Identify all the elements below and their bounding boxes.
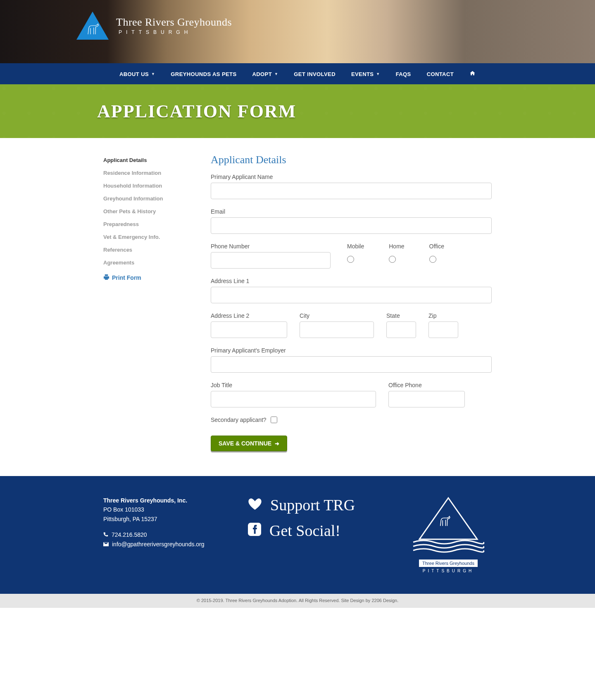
- label-phone-office: Office: [429, 243, 444, 250]
- site-logo[interactable]: Three Rivers Greyhounds PITTSBURGH: [76, 12, 232, 40]
- phone-icon: [103, 530, 108, 539]
- label-city: City: [300, 312, 374, 319]
- label-secondary-applicant: Secondary applicant?: [211, 417, 267, 423]
- get-social-link[interactable]: Get Social!: [248, 521, 384, 540]
- nav-events-label: EVENTS: [351, 71, 374, 77]
- step-references[interactable]: References: [103, 243, 198, 256]
- facebook-icon: [248, 521, 261, 540]
- addr2-input[interactable]: [211, 321, 287, 338]
- label-job-title: Job Title: [211, 382, 376, 388]
- label-addr1: Address Line 1: [211, 278, 492, 284]
- secondary-applicant-checkbox[interactable]: [271, 417, 277, 423]
- step-vet-emergency[interactable]: Vet & Emergency Info.: [103, 231, 198, 243]
- site-footer: Three Rivers Greyhounds, Inc. PO Box 101…: [0, 476, 595, 594]
- logo-text: Three Rivers Greyhounds PITTSBURGH: [116, 16, 232, 35]
- footer-phone: 724.216.5820: [112, 530, 147, 539]
- main-nav: ABOUT US▼ GREYHOUNDS AS PETS ADOPT▼ GET …: [0, 63, 595, 84]
- state-input[interactable]: [386, 321, 416, 338]
- support-trg-label: Support TRG: [270, 496, 355, 514]
- page-banner: APPLICATION FORM: [0, 84, 595, 138]
- home-icon: [469, 70, 476, 77]
- addr1-input[interactable]: [211, 287, 492, 303]
- org-name: Three Rivers Greyhounds: [116, 16, 232, 29]
- arrow-right-icon: ➜: [275, 440, 279, 447]
- support-trg-link[interactable]: Support TRG: [248, 496, 384, 514]
- form-main: Applicant Details Primary Applicant Name…: [211, 154, 492, 451]
- chevron-down-icon: ▼: [376, 72, 380, 76]
- footer-email-link[interactable]: info@gpathreeriversgreyhounds.org: [112, 540, 205, 549]
- nav-home[interactable]: [469, 70, 476, 77]
- chevron-down-icon: ▼: [274, 72, 278, 76]
- office-phone-input[interactable]: [388, 391, 465, 407]
- label-phone-home: Home: [389, 243, 404, 250]
- nav-adopt-label: ADOPT: [252, 71, 272, 77]
- phone-home-radio[interactable]: [389, 256, 396, 263]
- step-preparedness[interactable]: Preparedness: [103, 218, 198, 231]
- phone-input[interactable]: [211, 252, 331, 269]
- step-residence[interactable]: Residence Information: [103, 167, 198, 179]
- get-social-label: Get Social!: [269, 521, 340, 540]
- print-icon: [103, 274, 109, 281]
- nav-greyhounds-as-pets[interactable]: GREYHOUNDS AS PETS: [171, 71, 236, 77]
- logo-triangle-icon: [76, 12, 109, 40]
- footer-logo: Three Rivers Greyhounds PITTSBURGH: [409, 496, 488, 573]
- email-input[interactable]: [211, 217, 492, 234]
- label-state: State: [386, 312, 416, 319]
- save-continue-button[interactable]: SAVE & CONTINUE ➜: [211, 436, 287, 451]
- job-title-input[interactable]: [211, 391, 376, 407]
- nav-events[interactable]: EVENTS▼: [351, 71, 380, 77]
- primary-name-input[interactable]: [211, 183, 492, 199]
- page-title: APPLICATION FORM: [97, 101, 296, 122]
- step-agreements[interactable]: Agreements: [103, 256, 198, 269]
- org-city: PITTSBURGH: [119, 29, 232, 35]
- step-other-pets[interactable]: Other Pets & History: [103, 205, 198, 218]
- nav-about-label: ABOUT US: [119, 71, 149, 77]
- hero-banner: Three Rivers Greyhounds PITTSBURGH: [0, 0, 595, 63]
- label-phone: Phone Number: [211, 243, 331, 250]
- nav-faqs[interactable]: FAQS: [396, 71, 411, 77]
- employer-input[interactable]: [211, 356, 492, 373]
- nav-adopt[interactable]: ADOPT▼: [252, 71, 278, 77]
- save-continue-label: SAVE & CONTINUE: [219, 440, 271, 447]
- step-applicant-details[interactable]: Applicant Details: [103, 154, 198, 167]
- phone-mobile-radio[interactable]: [347, 256, 354, 263]
- city-input[interactable]: [300, 321, 374, 338]
- nav-contact[interactable]: CONTACT: [427, 71, 454, 77]
- print-form-link[interactable]: Print Form: [103, 274, 141, 281]
- design-credit-link[interactable]: 2206 Design.: [371, 598, 398, 603]
- label-employer: Primary Applicant's Employer: [211, 347, 492, 354]
- label-office-phone: Office Phone: [388, 382, 465, 388]
- label-zip: Zip: [428, 312, 458, 319]
- label-email: Email: [211, 208, 492, 215]
- phone-office-radio[interactable]: [429, 256, 436, 263]
- copyright-bar: © 2015-2019. Three Rivers Greyhounds Ado…: [0, 594, 595, 608]
- footer-logo-city: PITTSBURGH: [409, 569, 488, 573]
- footer-org: Three Rivers Greyhounds, Inc.: [103, 496, 227, 505]
- footer-citystate: Pittsburgh, PA 15237: [103, 514, 227, 524]
- nav-about[interactable]: ABOUT US▼: [119, 71, 155, 77]
- form-sidebar: Applicant Details Residence Information …: [103, 154, 211, 451]
- print-form-label: Print Form: [112, 274, 141, 281]
- step-greyhound-info[interactable]: Greyhound Information: [103, 192, 198, 205]
- step-household[interactable]: Household Information: [103, 179, 198, 192]
- footer-address: Three Rivers Greyhounds, Inc. PO Box 101…: [103, 496, 227, 549]
- heart-icon: [248, 496, 262, 514]
- footer-logo-name: Three Rivers Greyhounds: [419, 560, 478, 567]
- zip-input[interactable]: [428, 321, 458, 338]
- label-phone-mobile: Mobile: [347, 243, 364, 250]
- envelope-icon: [103, 540, 109, 549]
- form-steps: Applicant Details Residence Information …: [103, 154, 198, 269]
- chevron-down-icon: ▼: [151, 72, 155, 76]
- copyright-text: © 2015-2019. Three Rivers Greyhounds Ado…: [197, 598, 372, 603]
- label-primary-name: Primary Applicant Name: [211, 174, 492, 180]
- nav-get-involved[interactable]: GET INVOLVED: [294, 71, 336, 77]
- footer-po: PO Box 101033: [103, 505, 227, 514]
- section-heading: Applicant Details: [211, 154, 492, 166]
- label-addr2: Address Line 2: [211, 312, 287, 319]
